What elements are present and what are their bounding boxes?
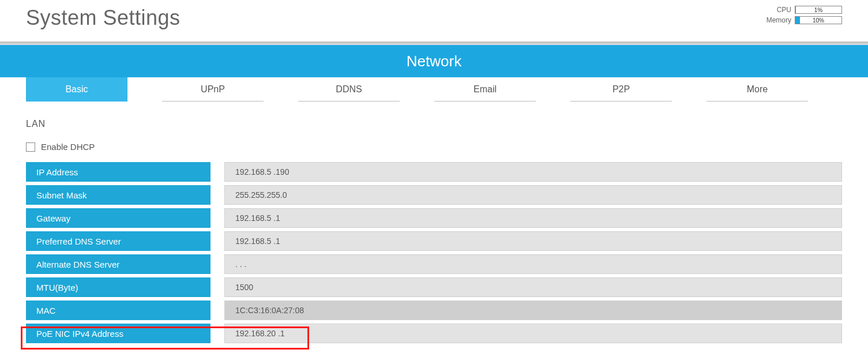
cpu-bar: 1% [795, 6, 842, 14]
field-value[interactable]: 255.255.255.0 [224, 185, 842, 205]
form-row: IP Address192.168.5 .190 [26, 162, 842, 182]
cpu-stat: CPU 1% [766, 6, 842, 14]
field-label: IP Address [26, 162, 211, 182]
tab-email[interactable]: Email [434, 77, 536, 102]
form-row: MAC1C:C3:16:0A:27:08 [26, 301, 842, 320]
lan-section-label: LAN [26, 119, 842, 129]
field-value[interactable]: 192.168.5 .190 [224, 162, 842, 182]
enable-dhcp-label: Enable DHCP [41, 142, 95, 152]
field-value[interactable]: 192.168.5 .1 [224, 208, 842, 228]
field-value: 1C:C3:16:0A:27:08 [224, 301, 842, 320]
memory-percent: 10% [795, 17, 841, 24]
tab-p2p[interactable]: P2P [570, 77, 672, 102]
tab-ddns[interactable]: DDNS [298, 77, 400, 102]
cpu-percent: 1% [795, 6, 841, 13]
enable-dhcp-row[interactable]: Enable DHCP [26, 142, 842, 152]
page-title: System Settings [26, 6, 181, 30]
form-row: Gateway192.168.5 .1 [26, 208, 842, 228]
field-label: PoE NIC IPv4 Address [26, 324, 211, 343]
field-label: Alternate DNS Server [26, 254, 211, 274]
field-label: Subnet Mask [26, 185, 211, 205]
memory-bar: 10% [795, 16, 842, 24]
form-row: Alternate DNS Server . . . [26, 254, 842, 274]
field-label: MTU(Byte) [26, 277, 211, 297]
tab-bar: BasicUPnPDDNSEmailP2PMore [0, 77, 868, 102]
cpu-label: CPU [777, 6, 791, 14]
form-row: Subnet Mask255.255.255.0 [26, 185, 842, 205]
memory-stat: Memory 10% [766, 16, 842, 24]
memory-label: Memory [766, 16, 791, 24]
tab-basic[interactable]: Basic [26, 77, 127, 102]
tab-upnp[interactable]: UPnP [162, 77, 264, 102]
tab-more[interactable]: More [707, 77, 808, 102]
field-label: MAC [26, 301, 211, 320]
field-value[interactable]: 192.168.20 .1 [224, 324, 842, 343]
enable-dhcp-checkbox[interactable] [26, 142, 35, 152]
form-row: Preferred DNS Server192.168.5 .1 [26, 231, 842, 251]
section-banner: Network [0, 45, 868, 77]
field-value[interactable]: 192.168.5 .1 [224, 231, 842, 251]
field-label: Preferred DNS Server [26, 231, 211, 251]
field-value[interactable]: . . . [224, 254, 842, 274]
network-form-rows: IP Address192.168.5 .190Subnet Mask255.2… [26, 162, 842, 343]
system-stats: CPU 1% Memory 10% [766, 6, 842, 24]
form-row: MTU(Byte)1500 [26, 277, 842, 297]
field-label: Gateway [26, 208, 211, 228]
field-value[interactable]: 1500 [224, 277, 842, 297]
form-row: PoE NIC IPv4 Address192.168.20 .1 [26, 324, 842, 343]
